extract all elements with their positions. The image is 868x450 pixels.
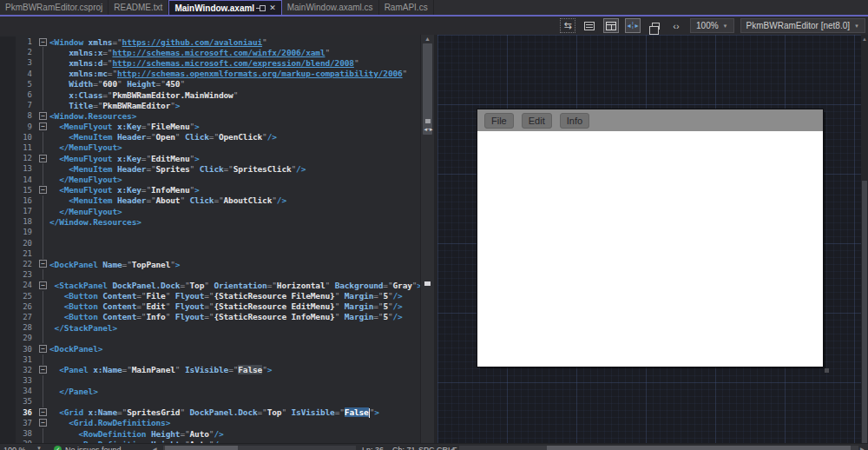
scroll-left-icon[interactable]: ◀ — [153, 446, 157, 450]
fold-gutter[interactable] — [38, 153, 49, 163]
swap-views-icon[interactable]: ⇆ — [560, 18, 575, 33]
breakpoint-margin[interactable] — [0, 418, 16, 428]
code-line[interactable]: 28 </StackPanel> — [0, 322, 420, 333]
zoom-dropdown[interactable]: 100% ▼ — [690, 18, 734, 33]
code-line[interactable]: 29 — [0, 333, 420, 343]
code-line[interactable]: 20 — [0, 238, 420, 248]
code-line[interactable]: 13 <MenuItem Header="Sprites" Click="Spr… — [0, 163, 420, 174]
code-line[interactable]: 14 </MenuFlyout> — [0, 174, 420, 184]
code-line[interactable]: 35 — [0, 396, 420, 407]
code-editor[interactable]: 1<Window xmlns="https://github.com/avalo… — [0, 35, 420, 450]
preview-file-button[interactable]: File — [484, 113, 514, 129]
breakpoint-margin[interactable] — [0, 36, 16, 47]
fold-collapse-icon[interactable] — [39, 345, 47, 353]
fold-gutter[interactable] — [38, 185, 49, 195]
split-grid-icon[interactable] — [603, 18, 619, 33]
code-line[interactable]: 37 <Grid.RowDefinitions> — [0, 418, 420, 428]
breakpoint-margin[interactable] — [0, 280, 16, 290]
code-line[interactable]: 18</Window.Resources> — [0, 216, 420, 227]
code-line[interactable]: 3 xmlns:d="http://schemas.microsoft.com/… — [0, 57, 420, 68]
code-line[interactable]: 6 x:Class="PkmBWRamEditor.MainWindow" — [0, 89, 420, 100]
breakpoint-margin[interactable] — [0, 375, 16, 386]
code-line[interactable]: 17 </MenuFlyout> — [0, 206, 420, 216]
breakpoint-margin[interactable] — [0, 396, 16, 407]
breakpoint-margin[interactable] — [0, 291, 16, 301]
split-columns-icon[interactable]: ◂╎▸ — [625, 18, 641, 33]
code-line[interactable]: 32 <Panel x:Name="MainPanel" IsVisible="… — [0, 365, 420, 375]
fold-gutter[interactable] — [38, 418, 49, 428]
breakpoint-margin[interactable] — [0, 185, 16, 195]
code-line[interactable]: 12 <MenuFlyout x:Key="EditMenu"> — [0, 153, 420, 163]
code-line[interactable]: 8<Window.Resources> — [0, 110, 420, 121]
close-icon[interactable] — [269, 3, 276, 12]
breakpoint-margin[interactable] — [0, 365, 16, 375]
split-horizontal-icon[interactable] — [582, 18, 597, 33]
breakpoint-margin[interactable] — [0, 354, 16, 365]
fold-gutter[interactable] — [38, 122, 49, 132]
code-view-icon[interactable]: ‹› — [668, 18, 684, 33]
code-line[interactable]: 23 — [0, 269, 420, 280]
breakpoint-margin[interactable] — [0, 132, 16, 142]
code-line[interactable]: 10 <MenuItem Header="Open" Click="OpenCl… — [0, 132, 420, 142]
code-line[interactable]: 21 — [0, 248, 420, 259]
code-line[interactable]: 4 xmlns:mc="http://schemas.openxmlformat… — [0, 69, 420, 79]
code-line[interactable]: 22<DockPanel Name="TopPanel"> — [0, 259, 420, 269]
editor-vertical-scrollbar[interactable]: ▲ ▼ — [420, 35, 434, 450]
fold-collapse-icon[interactable] — [39, 419, 47, 427]
code-line[interactable]: 1<Window xmlns="https://github.com/avalo… — [0, 36, 420, 47]
fold-collapse-icon[interactable] — [39, 281, 47, 289]
breakpoint-margin[interactable] — [0, 322, 16, 333]
code-line[interactable]: 24 <StackPanel DockPanel.Dock="Top" Orie… — [0, 280, 420, 290]
breakpoint-margin[interactable] — [0, 110, 16, 121]
scroll-up-icon[interactable]: ▲ — [421, 36, 434, 42]
tab-ramapi-cs[interactable]: RamAPI.cs — [379, 0, 434, 15]
scroll-left-icon[interactable]: ◀ — [450, 446, 455, 450]
breakpoint-margin[interactable] — [0, 89, 16, 100]
preview-resize-grip[interactable] — [825, 368, 829, 373]
code-line[interactable]: 16 <MenuItem Header="About" Click="About… — [0, 195, 420, 206]
preview-edit-button[interactable]: Edit — [522, 113, 552, 129]
scroll-right-icon[interactable]: ▶ — [860, 446, 865, 450]
fold-collapse-icon[interactable] — [39, 186, 47, 194]
breakpoint-margin[interactable] — [0, 79, 16, 89]
code-line[interactable]: 34 </Panel> — [0, 386, 420, 396]
code-line[interactable]: 30<DockPanel> — [0, 343, 420, 354]
fold-gutter[interactable] — [38, 36, 49, 47]
breakpoint-margin[interactable] — [0, 47, 16, 57]
breakpoint-margin[interactable] — [0, 153, 16, 163]
breakpoint-margin[interactable] — [0, 122, 16, 132]
breakpoint-margin[interactable] — [0, 248, 16, 259]
preview-horizontal-scrollbar-thumb[interactable] — [547, 446, 851, 450]
fold-collapse-icon[interactable] — [39, 408, 47, 416]
breakpoint-margin[interactable] — [0, 195, 16, 206]
breakpoint-margin[interactable] — [0, 216, 16, 227]
fold-collapse-icon[interactable] — [39, 155, 47, 162]
code-line[interactable]: 36 <Grid x:Name="SpritesGrid" DockPanel.… — [0, 407, 420, 418]
code-line[interactable]: 5 Width="600" Height="450" — [0, 79, 420, 89]
breakpoint-margin[interactable] — [0, 206, 16, 216]
breakpoint-margin[interactable] — [0, 428, 16, 439]
breakpoint-margin[interactable] — [0, 227, 16, 237]
editor-zoom-level[interactable]: 100 % — [3, 446, 26, 450]
code-line[interactable]: 7 Title="PkmBWRamEditor"> — [0, 100, 420, 110]
code-line[interactable]: 19 — [0, 227, 420, 237]
target-framework-dropdown[interactable]: PkmBWRamEditor [net8.0] ▼ — [740, 18, 865, 33]
fold-collapse-icon[interactable] — [39, 122, 47, 130]
code-line[interactable]: 25 <Button Content="File" Flyout="{Stati… — [0, 291, 420, 301]
fold-gutter[interactable] — [38, 343, 49, 354]
tab-readme-txt[interactable]: README.txt — [108, 0, 168, 15]
breakpoint-margin[interactable] — [0, 269, 16, 280]
preview-vertical-scrollbar[interactable]: ▲ — [861, 35, 868, 450]
code-line[interactable]: 2 xmlns:x="http://schemas.microsoft.com/… — [0, 47, 420, 57]
breakpoint-margin[interactable] — [0, 163, 16, 174]
tab-pkmbwrameditor-csproj[interactable]: PkmBWRamEditor.csproj — [0, 0, 108, 15]
breakpoint-margin[interactable] — [0, 333, 16, 343]
fold-collapse-icon[interactable] — [39, 366, 47, 374]
code-line[interactable]: 11 </MenuFlyout> — [0, 142, 420, 153]
breakpoint-margin[interactable] — [0, 301, 16, 312]
breakpoint-margin[interactable] — [0, 259, 16, 269]
breakpoint-margin[interactable] — [0, 386, 16, 396]
tab-mainwindow-axaml-cs[interactable]: MainWindow.axaml.cs — [282, 0, 379, 15]
scrollbar-grip-icon[interactable] — [421, 125, 435, 133]
scroll-up-icon[interactable]: ▲ — [861, 36, 868, 42]
